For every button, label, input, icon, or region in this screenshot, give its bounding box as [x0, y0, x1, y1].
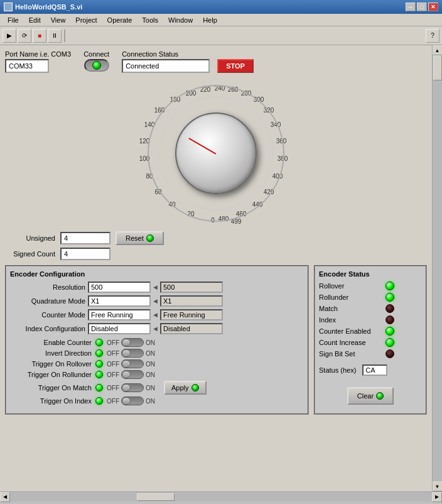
index-config-label: Index Configuration	[10, 325, 85, 332]
scroll-up-arrow[interactable]: ▲	[433, 45, 443, 55]
help-button[interactable]: ?	[426, 29, 439, 43]
toggle-section: Enable Counter OFF ON Invert Direction	[10, 338, 304, 405]
port-input[interactable]	[5, 59, 49, 73]
trigger-index-label: Trigger On Index	[10, 397, 92, 405]
svg-text:360: 360	[276, 138, 287, 145]
quadrature-row: Quadrature Mode ◀ X1	[10, 295, 304, 307]
scroll-thumb[interactable]	[433, 55, 442, 80]
quadrature-input[interactable]	[88, 295, 151, 307]
port-group: Port Name i.e. COM3	[5, 50, 71, 73]
reset-led	[146, 234, 154, 242]
menu-window[interactable]: Window	[163, 16, 198, 25]
trigger-rollover-thumb	[122, 360, 131, 368]
scroll-down-arrow[interactable]: ▼	[433, 481, 443, 491]
dial-needle	[188, 138, 216, 155]
rollunder-led	[385, 293, 394, 302]
scroll-track[interactable]	[433, 55, 442, 481]
run-button[interactable]: ▶	[3, 29, 16, 43]
counter-enabled-label: Counter Enabled	[319, 327, 382, 335]
index-config-output: Disabled	[160, 323, 223, 334]
counter-mode-row: Counter Mode ◀ Free Running	[10, 309, 304, 320]
apply-led	[191, 384, 199, 392]
run-continuously-button[interactable]: ⟳	[18, 29, 31, 43]
trigger-match-thumb	[122, 384, 131, 392]
h-scroll-thumb[interactable]	[137, 493, 175, 501]
unsigned-input[interactable]	[60, 232, 110, 244]
invert-direction-led	[95, 349, 103, 357]
left-panel: Port Name i.e. COM3 Connect Connection S…	[0, 45, 432, 491]
menu-bar: File Edit View Project Operate Tools Win…	[0, 14, 442, 26]
connection-status-input	[122, 59, 210, 73]
menu-project[interactable]: Project	[70, 16, 102, 25]
abort-button[interactable]: ■	[33, 29, 46, 43]
counter-mode-label: Counter Mode	[10, 311, 85, 319]
trigger-rollover-led	[95, 360, 103, 368]
trigger-index-thumb	[122, 397, 131, 405]
port-label: Port Name i.e. COM3	[5, 50, 71, 58]
status-hex-row: Status (hex)	[319, 364, 422, 376]
trigger-index-led	[95, 397, 103, 405]
status-counter-enabled: Counter Enabled	[319, 327, 422, 336]
reset-button[interactable]: Reset	[116, 231, 164, 245]
unsigned-row: Unsigned Reset	[5, 231, 427, 245]
connect-group: Connect	[84, 50, 109, 72]
menu-tools[interactable]: Tools	[137, 16, 163, 25]
scroll-left-arrow[interactable]: ◀	[0, 492, 10, 502]
invert-direction-switch[interactable]	[121, 349, 144, 358]
status-count-increase: Count Increase	[319, 338, 422, 347]
toggle-trigger-index: Trigger On Index OFF ON	[10, 397, 304, 405]
horizontal-scrollbar[interactable]: ◀ ▶	[0, 491, 442, 501]
sign-bit-label: Sign Bit Set	[319, 350, 382, 358]
window-title: HelloWorldQSB_S.vi	[15, 3, 82, 11]
status-match: Match	[319, 304, 422, 313]
pause-button[interactable]: ⏸	[48, 29, 62, 43]
vertical-scrollbar[interactable]: ▲ ▼	[432, 45, 442, 491]
enable-counter-thumb	[122, 339, 131, 346]
trigger-rollover-switch[interactable]	[121, 359, 144, 368]
menu-file[interactable]: File	[3, 16, 24, 25]
dial-knob[interactable]	[175, 112, 257, 194]
enable-counter-label: Enable Counter	[10, 339, 92, 346]
minimize-button[interactable]: ─	[406, 3, 416, 11]
count-increase-led	[385, 338, 394, 347]
trigger-rollunder-switch[interactable]	[121, 370, 144, 379]
top-section: Port Name i.e. COM3 Connect Connection S…	[5, 50, 427, 73]
status-sign-bit: Sign Bit Set	[319, 349, 422, 358]
index-config-input[interactable]	[88, 323, 151, 334]
signed-input[interactable]	[60, 248, 110, 260]
trigger-match-switch[interactable]	[121, 383, 144, 392]
trigger-match-label: Trigger On Match	[10, 384, 92, 392]
scroll-right-arrow[interactable]: ▶	[432, 492, 442, 502]
status-group: Connection Status STOP	[122, 50, 254, 73]
menu-help[interactable]: Help	[198, 16, 222, 25]
resolution-input[interactable]	[88, 282, 151, 293]
clear-button[interactable]: Clear	[347, 387, 394, 405]
maximize-button[interactable]: □	[417, 3, 427, 11]
svg-text:400: 400	[272, 173, 283, 180]
h-scroll-track[interactable]	[10, 492, 432, 501]
connect-toggle[interactable]	[84, 59, 109, 72]
match-led	[385, 304, 394, 313]
close-button[interactable]: ✕	[428, 3, 438, 11]
svg-text:380: 380	[278, 155, 288, 162]
toggle-trigger-rollover: Trigger On Rollover OFF ON	[10, 359, 304, 368]
counter-mode-input[interactable]	[88, 309, 151, 320]
menu-view[interactable]: View	[46, 16, 71, 25]
status-index: Index	[319, 315, 422, 324]
index-led	[385, 315, 394, 324]
apply-button[interactable]: Apply	[164, 381, 207, 395]
stop-button[interactable]: STOP	[217, 59, 254, 73]
rollover-led	[385, 282, 394, 290]
index-config-arrow: ◀	[153, 326, 158, 332]
connect-label: Connect	[84, 50, 109, 58]
trigger-rollunder-label: Trigger On Rollunder	[10, 371, 92, 378]
enable-counter-switch[interactable]	[121, 338, 144, 347]
sign-bit-led	[385, 349, 394, 358]
menu-edit[interactable]: Edit	[24, 16, 46, 25]
unsigned-label: Unsigned	[5, 234, 55, 242]
counter-mode-output: Free Running	[160, 309, 223, 320]
trigger-index-switch[interactable]	[121, 397, 144, 405]
trigger-rollunder-thumb	[122, 371, 131, 378]
menu-operate[interactable]: Operate	[102, 16, 137, 25]
encoder-status-title: Encoder Status	[319, 270, 422, 278]
